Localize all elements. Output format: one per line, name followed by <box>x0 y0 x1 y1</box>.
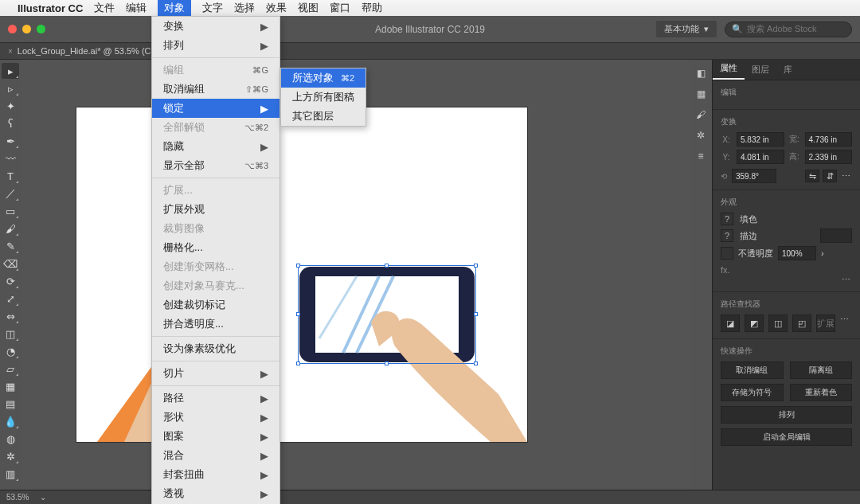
search-input[interactable]: 🔍 搜索 Adobe Stock <box>725 21 852 37</box>
qa-save-symbol[interactable]: 存储为符号 <box>721 384 784 401</box>
menu-item[interactable]: 取消编组⇧⌘G <box>152 80 280 99</box>
lock-submenu[interactable]: 所选对象⌘2上方所有图稿其它图层 <box>280 68 366 127</box>
qa-recolor[interactable]: 重新着色 <box>790 384 853 401</box>
menu-object[interactable]: 对象 <box>158 0 191 17</box>
menu-edit[interactable]: 编辑 <box>126 1 147 15</box>
menu-item[interactable]: 封套扭曲▶ <box>152 465 280 484</box>
field-w[interactable]: 4.736 in <box>805 132 853 147</box>
minimize-window-icon[interactable] <box>22 25 31 33</box>
transform-more-icon[interactable]: ⋯ <box>842 171 852 182</box>
document-tab[interactable]: × Lock_Group_Hide.ai* @ 53.5% (CM… <box>0 43 176 59</box>
close-tab-icon[interactable]: × <box>8 47 13 56</box>
pathfinder-expand[interactable]: 扩展 <box>816 315 835 332</box>
workspace-switcher[interactable]: 基本功能 ▾ <box>656 21 717 37</box>
paintbrush-tool[interactable]: 🖌 <box>2 221 19 236</box>
menu-item[interactable]: 形状▶ <box>152 408 280 427</box>
field-opacity[interactable]: 100% <box>778 246 816 260</box>
brushes-panel-icon[interactable]: 🖌 <box>692 106 710 123</box>
menu-item[interactable]: 栅格化... <box>152 238 280 257</box>
pen-tool[interactable]: ✒ <box>2 133 19 149</box>
tab-properties[interactable]: 属性 <box>713 58 745 80</box>
scale-tool[interactable]: ⤢ <box>2 291 19 307</box>
type-tool[interactable]: T <box>2 168 19 184</box>
menu-item[interactable]: 图案▶ <box>152 427 280 446</box>
menu-help[interactable]: 帮助 <box>362 1 382 15</box>
qa-isolate[interactable]: 隔离组 <box>790 361 853 379</box>
pathfinder-intersect[interactable]: ◫ <box>768 315 788 332</box>
menu-item[interactable]: 显示全部⌥⌘3 <box>152 156 280 175</box>
field-x[interactable]: 5.832 in <box>737 132 784 147</box>
stroke-weight[interactable] <box>820 229 852 243</box>
tab-layers[interactable]: 图层 <box>745 60 776 80</box>
appearance-more-icon[interactable]: ⋯ <box>842 275 852 285</box>
flip-vertical-button[interactable]: ⇵ <box>823 170 837 182</box>
menu-item[interactable]: 所选对象⌘2 <box>281 68 366 88</box>
symbol-sprayer-tool[interactable]: ✲ <box>2 448 19 464</box>
qa-ungroup[interactable]: 取消编组 <box>721 361 784 379</box>
object-menu[interactable]: 变换▶排列▶编组⌘G取消编组⇧⌘G锁定▶全部解锁⌥⌘2隐藏▶显示全部⌥⌘3扩展.… <box>151 16 280 504</box>
field-rotation[interactable]: 359.8° <box>732 169 776 183</box>
menu-type[interactable]: 文字 <box>202 1 223 15</box>
magic-wand-tool[interactable]: ✦ <box>2 98 19 114</box>
menu-item[interactable]: 扩展外观 <box>152 200 280 219</box>
zoom-window-icon[interactable] <box>37 25 45 33</box>
menu-item[interactable]: 排列▶ <box>152 36 280 55</box>
tab-libraries[interactable]: 库 <box>776 60 799 80</box>
menu-file[interactable]: 文件 <box>94 1 115 15</box>
selection-bounding-box[interactable] <box>298 265 476 364</box>
stroke-swatch[interactable]: ? <box>721 229 733 242</box>
fx-button[interactable]: fx. <box>721 265 852 275</box>
menu-view[interactable]: 视图 <box>298 1 319 15</box>
menu-item[interactable]: 切片▶ <box>152 364 280 383</box>
zoom-level[interactable]: 53.5% <box>6 493 29 502</box>
lasso-tool[interactable]: ʕ <box>2 115 19 131</box>
rotate-tool[interactable]: ⟳ <box>2 273 19 289</box>
window-controls[interactable] <box>0 25 45 33</box>
symbols-panel-icon[interactable]: ✲ <box>692 127 710 144</box>
menu-item[interactable]: 混合▶ <box>152 446 280 465</box>
field-y[interactable]: 4.081 in <box>737 150 784 164</box>
fill-swatch[interactable]: ? <box>721 213 733 225</box>
menu-item[interactable]: 变换▶ <box>152 17 280 36</box>
qa-arrange[interactable]: 排列 <box>721 406 852 424</box>
eraser-tool[interactable]: ⌫ <box>2 256 19 272</box>
perspective-tool[interactable]: ▱ <box>2 361 19 377</box>
close-window-icon[interactable] <box>8 25 17 33</box>
mesh-tool[interactable]: ▦ <box>2 378 19 394</box>
menu-item[interactable]: 上方所有图稿 <box>281 88 366 107</box>
menu-window[interactable]: 窗口 <box>330 1 350 15</box>
field-h[interactable]: 2.339 in <box>805 150 853 164</box>
gradient-tool[interactable]: ▤ <box>2 396 19 412</box>
stroke-panel-icon[interactable]: ≡ <box>692 147 710 165</box>
column-graph-tool[interactable]: ▥ <box>2 466 19 482</box>
pathfinder-more-icon[interactable]: ⋯ <box>840 315 850 332</box>
menu-item[interactable]: 路径▶ <box>152 389 280 408</box>
swatches-panel-icon[interactable]: ▦ <box>692 85 710 103</box>
pathfinder-minus[interactable]: ◩ <box>745 315 764 332</box>
rectangle-tool[interactable]: ▭ <box>2 203 19 219</box>
selection-tool[interactable]: ▸ <box>2 63 19 79</box>
direct-selection-tool[interactable]: ▹ <box>2 80 19 96</box>
menu-select[interactable]: 选择 <box>234 1 255 15</box>
shaper-tool[interactable]: ✎ <box>2 238 19 254</box>
free-transform-tool[interactable]: ◫ <box>2 326 19 342</box>
opacity-chevron-icon[interactable]: › <box>821 248 824 258</box>
menu-item[interactable]: 锁定▶ <box>152 99 280 118</box>
menu-item[interactable]: 拼合透明度... <box>152 315 280 334</box>
menu-effect[interactable]: 效果 <box>266 1 287 15</box>
menu-item[interactable]: 隐藏▶ <box>152 137 280 156</box>
line-tool[interactable]: ／ <box>2 186 19 201</box>
menu-item[interactable]: 其它图层 <box>281 107 366 126</box>
menu-item[interactable]: 创建裁切标记 <box>152 295 280 315</box>
zoom-chevron-icon[interactable]: ⌄ <box>40 493 46 502</box>
qa-global-edit[interactable]: 启动全局编辑 <box>721 428 852 446</box>
color-panel-icon[interactable]: ◧ <box>692 64 710 82</box>
app-name[interactable]: Illustrator CC <box>18 2 83 14</box>
blend-tool[interactable]: ◍ <box>2 431 19 447</box>
width-tool[interactable]: ⇔ <box>2 308 19 324</box>
shape-builder-tool[interactable]: ◔ <box>2 343 19 359</box>
menu-item[interactable]: 透视▶ <box>152 484 280 503</box>
flip-horizontal-button[interactable]: ⇋ <box>805 170 819 182</box>
curvature-tool[interactable]: 〰 <box>2 150 19 166</box>
eyedropper-tool[interactable]: 💧 <box>2 413 19 429</box>
